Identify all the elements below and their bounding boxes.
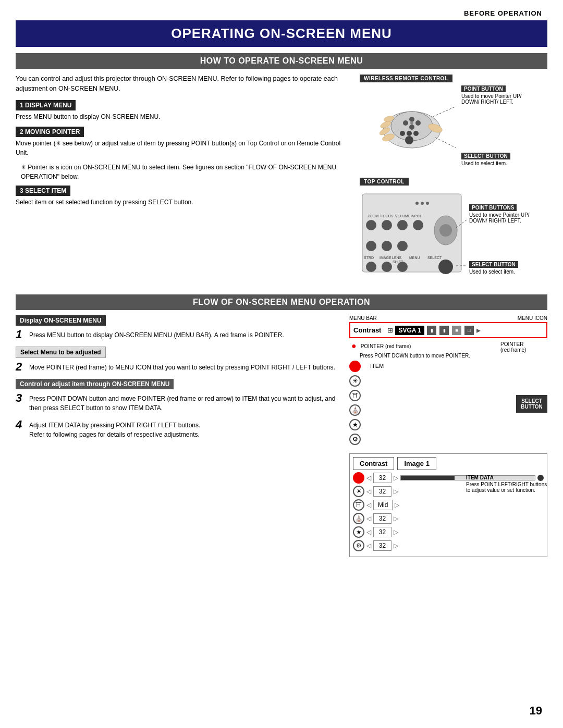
svg-point-6 (410, 121, 413, 125)
display-step-text: Press MENU button to display ON-SCREEN M… (29, 329, 284, 340)
asterisk-note: ✳ Pointer is a icon on ON-SCREEN MENU to… (16, 163, 349, 181)
top-control-label: TOP CONTROL (360, 178, 409, 186)
pointer-label: POINTER (red frame) (361, 343, 411, 349)
svg-point-32 (366, 241, 376, 251)
bottom-image: Image 1 (397, 457, 436, 470)
left-arrow-5: ◁ (366, 528, 371, 536)
svg-point-33 (382, 241, 392, 251)
icon-row-5: ★ (349, 419, 361, 430)
step2-box: 2 MOVING POINTER Move pointer (✳ see bel… (16, 127, 349, 157)
menu-bar-labels: MENU BAR MENU ICON (349, 315, 547, 321)
flow-left: Display ON-SCREEN MENU 1 Press MENU butt… (16, 315, 339, 557)
menu-icon-label: MENU ICON (518, 315, 547, 321)
svg-point-19 (415, 202, 419, 205)
right-arrow-1: ▷ (394, 474, 398, 482)
top-menu-diagram-container: MENU BAR MENU ICON Contrast ⊞ SVGA 1 ▮ ▮… (349, 315, 547, 448)
menu-svga: SVGA 1 (395, 326, 424, 335)
svg-text:IMAGE: IMAGE (380, 256, 391, 260)
flow-control-section: Control or adjust item through ON-SCREEN… (16, 379, 339, 413)
section1-left: You can control and adjust this projecto… (16, 74, 349, 288)
value-5: 32 (373, 527, 391, 537)
icon-row-3: ⛩ (349, 390, 361, 401)
step3-box: 3 SELECT ITEM Select item or set selecte… (16, 186, 349, 207)
select-button-col: SELECTBUTTON (516, 361, 547, 448)
right-arrow-5: ▷ (394, 528, 398, 536)
top-select-annotation: SELECT BUTTON Used to select item. (469, 261, 537, 275)
right-arrow-2: ▷ (394, 488, 398, 495)
svg-text:STRD: STRD (364, 256, 374, 260)
flow-right: MENU BAR MENU ICON Contrast ⊞ SVGA 1 ▮ ▮… (349, 315, 547, 557)
icon-row-2: ☀ (349, 375, 361, 387)
menu-icons-col: ☀ ⛩ ⛪ ★ ⚙ (349, 361, 365, 448)
svg-text:FOCUS: FOCUS (381, 214, 394, 218)
svg-text:SELECT: SELECT (427, 256, 442, 260)
point-buttons-label: POINT BUTTONS (469, 204, 517, 211)
step1-header: 1 DISPLAY MENU (16, 100, 76, 110)
page-header: BEFORE OPERATION (0, 0, 563, 20)
item-row-4: ⛪ ◁ 32 ▷ (353, 513, 544, 524)
value-6: 32 (373, 540, 391, 551)
svg-text:MENU: MENU (409, 256, 420, 260)
wireless-remote-diagram: POINT BUTTON Used to move Pointer UP/ DO… (360, 85, 537, 169)
menu-more: ▸ (476, 325, 481, 335)
step-number-4: 4 (16, 419, 25, 430)
bottom-menu-diagram: Contrast Image 1 ◁ 32 ▷ ☀ ◁ 32 ▷ ⛩ ◁ (349, 453, 547, 557)
value-3: Mid (373, 500, 393, 510)
right-arrow-6: ▷ (394, 542, 398, 549)
menu-icon-2: ▮ (439, 326, 449, 335)
svg-point-42 (397, 262, 408, 272)
point-buttons-desc: Used to move Pointer UP/ DOWN/ RIGHT/ LE… (469, 212, 537, 224)
pointer-right-label: POINTER (500, 341, 523, 347)
left-arrow-6: ◁ (366, 542, 371, 549)
select-button-annotation: SELECT BUTTON Used to select item. (461, 153, 537, 166)
point-buttons-annotation: POINT BUTTONS Used to move Pointer UP/ D… (469, 204, 537, 224)
page-number: 19 (530, 704, 542, 718)
step-number-3: 3 (16, 392, 25, 404)
top-control-svg: ZOOM FOCUS VOLUME INPUT (360, 189, 469, 277)
flow-display-section: Display ON-SCREEN MENU 1 Press MENU butt… (16, 315, 339, 340)
svg-point-20 (421, 202, 424, 205)
intro-text: You can control and adjust this projecto… (16, 74, 349, 94)
svg-point-3 (409, 117, 414, 122)
svg-text:ZOOM: ZOOM (368, 214, 378, 218)
icon-row-4: ⛪ (349, 404, 361, 416)
menu-icon-4: □ (464, 326, 474, 335)
flow-step-2: 2 Move POINTER (red frame) to MENU ICON … (16, 361, 339, 373)
pointer-right-annotation: POINTER (red frame) (500, 341, 547, 353)
point-button-annotation: POINT BUTTON Used to move Pointer UP/ DO… (461, 85, 537, 105)
top-select-label: SELECT BUTTON (469, 261, 518, 268)
control-text: Press POINT DOWN button and move POINTER… (29, 392, 339, 413)
icon-row-6: ⚙ (349, 434, 361, 445)
menu-contrast: Contrast (353, 326, 381, 334)
select-button-label: SELECT BUTTON (461, 153, 510, 159)
svg-line-16 (433, 106, 456, 117)
svg-point-34 (397, 241, 408, 251)
svg-point-31 (439, 224, 452, 237)
icon-row-1 (349, 361, 361, 372)
step1-box: 1 DISPLAY MENU Press MENU button to disp… (16, 100, 349, 121)
item-data-desc: Press POINT LEFT/RIGHT buttons to adjust… (466, 482, 549, 493)
section2-header: FLOW OF ON-SCREEN MENU OPERATION (16, 294, 547, 310)
item-label: ITEM (370, 361, 511, 369)
svg-point-27 (382, 220, 392, 230)
top-control-section: TOP CONTROL ZOOM FOCUS VOLUME INPUT (360, 177, 547, 280)
svg-point-41 (382, 262, 392, 272)
svg-point-29 (413, 220, 423, 230)
menu-icon-3: ■ (452, 326, 461, 335)
step2-header: 2 MOVING POINTER (16, 127, 84, 137)
adjust-text: Adjust ITEM DATA by pressing POINT RIGHT… (29, 419, 200, 439)
svg-text:INPUT: INPUT (411, 214, 422, 218)
left-arrow-2: ◁ (366, 488, 371, 495)
step3-header: 3 SELECT ITEM (16, 186, 70, 196)
item-icon-2: ☀ (353, 486, 364, 497)
control-label: Control or adjust item through ON-SCREEN… (16, 379, 174, 389)
point-button-desc: Used to move Pointer UP/ DOWN/ RIGHT/ LE… (461, 93, 537, 105)
header-title: BEFORE OPERATION (464, 9, 542, 17)
wireless-remote-label: WIRELESS REMOTE CONTROL (360, 75, 452, 82)
menu-items-area: ☀ ⛩ ⛪ ★ ⚙ ITEM (349, 361, 547, 448)
step-number-2: 2 (16, 361, 25, 373)
item-data-label: ITEM DATA (466, 475, 549, 480)
section1-right: WIRELESS REMOTE CONTROL (360, 74, 547, 288)
select-menu-text: Move POINTER (red frame) to MENU ICON th… (29, 361, 335, 372)
value-4: 32 (373, 513, 391, 524)
